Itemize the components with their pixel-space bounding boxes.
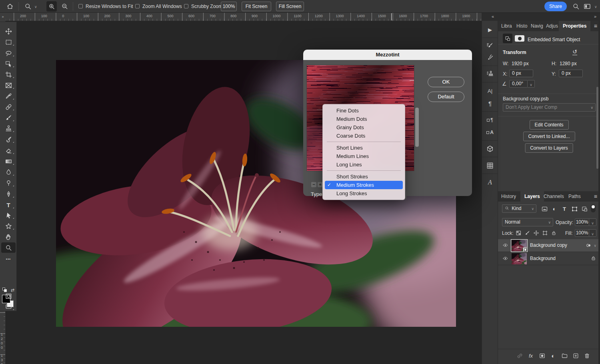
character-styles-panel-icon[interactable]: A <box>484 127 496 138</box>
crop-tool[interactable] <box>1 69 16 80</box>
layer-name[interactable]: Background <box>530 256 556 261</box>
dodge-tool[interactable] <box>1 178 16 188</box>
filter-adjustment-layers-icon[interactable]: ◐ <box>550 205 558 213</box>
angle-input[interactable]: 0,00° <box>509 80 528 88</box>
zoom-percent-button[interactable]: 100% <box>221 2 237 11</box>
collapse-dock-icon[interactable]: « <box>492 14 494 19</box>
gradient-tool[interactable] <box>1 156 16 166</box>
workspace-icon[interactable] <box>583 2 591 10</box>
menu-item-long-lines[interactable]: Long Lines <box>323 160 405 169</box>
opacity-value[interactable]: 100% <box>575 218 589 226</box>
object-selection-tool[interactable] <box>1 58 16 69</box>
zoom-all-windows-checkbox[interactable] <box>135 4 140 8</box>
layer-name[interactable]: Background copy <box>530 242 567 248</box>
tab-histogram[interactable]: Histo <box>516 21 530 31</box>
paragraph-panel-icon[interactable]: ¶ <box>484 98 496 109</box>
screen-mode-button[interactable] <box>1 301 16 312</box>
tab-properties[interactable]: Properties <box>559 21 590 31</box>
lock-all-icon[interactable] <box>550 229 557 236</box>
collapse-panel-icon[interactable]: » <box>594 14 596 19</box>
eraser-tool[interactable] <box>1 145 16 156</box>
menu-item-coarse-dots[interactable]: Coarse Dots <box>323 132 405 140</box>
tab-channels[interactable]: Channels <box>544 191 564 202</box>
glyphs-panel-icon[interactable]: A <box>484 177 496 188</box>
type-tool[interactable]: T <box>1 200 16 210</box>
move-tool[interactable] <box>1 26 16 36</box>
edit-toolbar-ellipsis[interactable]: ••• <box>1 254 16 264</box>
menu-item-short-strokes[interactable]: Short Strokes <box>323 172 405 181</box>
history-brush-tool[interactable] <box>1 134 16 144</box>
toolbar-expand-chevron[interactable]: » <box>0 13 6 21</box>
scrubby-zoom-checkbox[interactable] <box>184 4 188 8</box>
tab-adjustments[interactable]: Adjus <box>546 21 559 31</box>
resize-windows-checkbox[interactable] <box>78 4 83 8</box>
add-mask-icon[interactable] <box>538 352 546 360</box>
horizontal-ruler[interactable]: 2001000100200300400500600700800900100011… <box>6 13 482 21</box>
edit-contents-button[interactable]: Edit Contents <box>529 120 568 130</box>
tab-paths[interactable]: Paths <box>568 191 581 202</box>
convert-to-linked-button[interactable]: Convert to Linked... <box>523 132 575 141</box>
quick-mask-button[interactable] <box>1 291 16 301</box>
share-button[interactable]: Share <box>544 2 567 11</box>
layer-row-background-copy[interactable]: Background copy ∨ <box>498 239 600 252</box>
menu-item-long-strokes[interactable]: Long Strokes <box>323 189 405 198</box>
chevron-down-icon[interactable]: ∨ <box>34 5 37 9</box>
zoom-in-button[interactable] <box>46 1 57 12</box>
ok-button[interactable]: OK <box>428 77 464 87</box>
x-input[interactable]: 0 px <box>509 70 533 77</box>
new-layer-icon[interactable] <box>572 352 580 360</box>
visibility-eye-icon[interactable] <box>502 256 509 261</box>
opacity-chevron[interactable]: ∨ <box>589 218 596 226</box>
zoom-tool-active[interactable] <box>1 242 16 253</box>
filter-pixel-layers-icon[interactable] <box>540 205 548 213</box>
y-input[interactable]: 0 px <box>559 70 583 77</box>
spot-healing-brush-tool[interactable] <box>1 102 16 112</box>
layer-thumbnail[interactable] <box>512 240 527 251</box>
link-layers-icon[interactable] <box>516 352 524 360</box>
reset-transform-icon[interactable]: ↺ <box>572 49 577 55</box>
fill-screen-button[interactable]: Fill Screen <box>276 2 304 11</box>
filter-smart-objects-icon[interactable] <box>580 205 588 213</box>
layer-effects-icon[interactable]: fx <box>527 352 535 360</box>
fill-value[interactable]: 100% <box>575 229 589 237</box>
lock-pixels-icon[interactable] <box>524 229 531 236</box>
filter-type-layers-icon[interactable]: T <box>560 205 568 213</box>
angle-chevron[interactable]: ∨ <box>528 80 535 88</box>
patterns-panel-icon[interactable] <box>484 160 496 171</box>
lock-transparency-icon[interactable] <box>515 229 522 236</box>
tab-navigator[interactable]: Navig <box>531 21 545 31</box>
zoom-tool-icon[interactable] <box>24 2 32 10</box>
search-icon[interactable] <box>572 2 580 10</box>
preview-scrollbar[interactable] <box>415 108 419 147</box>
materials-panel-icon[interactable] <box>484 143 496 154</box>
paragraph-styles-panel-icon[interactable]: ¶ <box>484 114 496 126</box>
width-value[interactable]: 1920 px <box>512 61 529 66</box>
lock-artboard-icon[interactable] <box>541 229 548 236</box>
filter-toggle-switch[interactable] <box>591 204 596 212</box>
menu-item-medium-dots[interactable]: Medium Dots <box>323 115 405 123</box>
menu-item-short-lines[interactable]: Short Lines <box>323 144 405 152</box>
smart-filter-icon[interactable] <box>585 242 592 249</box>
convert-to-layers-button[interactable]: Convert to Layers <box>525 143 573 153</box>
tab-libraries[interactable]: Libra <box>501 21 515 31</box>
panel-menu-icon[interactable]: ≡ <box>594 23 597 29</box>
custom-shape-tool[interactable] <box>1 221 16 231</box>
default-button[interactable]: Default <box>428 92 464 102</box>
clone-stamp-tool[interactable] <box>1 123 16 134</box>
lasso-tool[interactable] <box>1 48 16 58</box>
blend-mode-select[interactable]: Normal ∨ <box>502 218 553 226</box>
adjustment-layer-icon[interactable]: ◐ <box>549 352 557 360</box>
clone-source-panel-icon[interactable] <box>484 68 496 80</box>
tab-layers[interactable]: Layers <box>520 191 544 202</box>
layer-thumbnail[interactable] <box>512 253 527 264</box>
new-group-icon[interactable] <box>560 352 568 360</box>
blur-tool[interactable] <box>1 167 16 177</box>
menu-item-fine-dots[interactable]: Fine Dots <box>323 106 405 115</box>
fill-chevron[interactable]: ∨ <box>589 229 596 237</box>
height-value[interactable]: 1280 px <box>560 61 577 66</box>
home-icon[interactable] <box>6 2 14 10</box>
character-panel-icon[interactable]: A| <box>484 85 496 96</box>
pen-tool[interactable] <box>1 189 16 199</box>
menu-item-medium-strokes-selected[interactable]: ✓ Medium Strokes <box>325 181 403 189</box>
tab-history[interactable]: History <box>501 191 516 202</box>
